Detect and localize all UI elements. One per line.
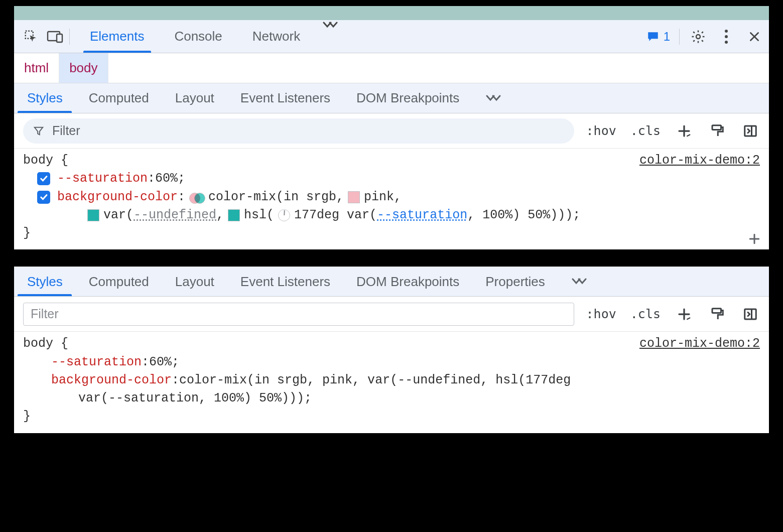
issues-badge[interactable]: 1 [646, 30, 670, 44]
css-value: 60%; [149, 353, 179, 371]
svg-point-3 [696, 35, 700, 39]
svg-rect-2 [57, 34, 62, 42]
subtab-layout[interactable]: Layout [162, 83, 227, 113]
hov-toggle[interactable]: :hov [586, 307, 616, 321]
color-swatch-pink-icon[interactable] [348, 191, 360, 203]
toggle-computed-sidebar-icon[interactable] [741, 305, 760, 324]
css-value: var(--saturation, 100%) 50%))); [78, 389, 312, 408]
styles-subtabs: Styles Computed Layout Event Listeners D… [14, 83, 769, 113]
device-toolbar-icon[interactable] [43, 25, 67, 49]
subtab-styles[interactable]: Styles [14, 267, 76, 296]
css-value: color-mix(in srgb, pink, var(--undefined… [179, 371, 571, 389]
toggle-computed-sidebar-icon[interactable] [741, 121, 760, 141]
css-property: background-color [57, 188, 178, 206]
devtools-panel-bottom: Styles Computed Layout Event Listeners D… [14, 267, 769, 433]
styles-subtabs: Styles Computed Layout Event Listeners D… [14, 267, 769, 297]
angle-swatch-icon[interactable] [278, 209, 290, 221]
toolbar-separator [679, 29, 680, 45]
declaration-background-color-cont[interactable]: var(--undefined, hsl( 177deg var(--satur… [23, 206, 760, 224]
subtab-event-listeners[interactable]: Event Listeners [227, 267, 343, 296]
css-value-part: , [216, 206, 224, 224]
subtab-event-listeners[interactable]: Event Listeners [227, 83, 343, 113]
color-swatch-teal-icon[interactable] [87, 209, 99, 221]
breadcrumb-body[interactable]: body [59, 53, 108, 83]
subtab-label: Layout [175, 90, 214, 106]
css-value-part: var( [103, 206, 134, 224]
css-value-part: color-mix(in srgb, [208, 188, 344, 206]
declaration-background-color-cont[interactable]: var(--saturation, 100%) 50%))); [23, 389, 760, 408]
css-var-undefined[interactable]: --undefined [134, 206, 216, 224]
devtools-panel-top: Elements Console Network 1 [14, 6, 769, 249]
svg-point-6 [725, 41, 728, 44]
new-style-rule-icon[interactable] [675, 305, 694, 324]
devtools-toolbar: Elements Console Network 1 [14, 20, 769, 53]
rule-close-brace: } [23, 408, 760, 426]
close-icon[interactable] [745, 27, 764, 46]
declaration-background-color[interactable]: background-color: color-mix(in srgb, pin… [23, 188, 760, 206]
inspect-element-icon[interactable] [19, 25, 43, 49]
more-subtabs-chevron-icon[interactable] [472, 83, 514, 113]
styles-filter-row: Filter :hov .cls [14, 113, 769, 149]
rule-source-link[interactable]: color-mix-demo:2 [639, 152, 760, 170]
svg-rect-7 [712, 125, 721, 129]
subtab-properties[interactable]: Properties [472, 267, 558, 296]
subtab-label: Styles [27, 274, 63, 290]
css-var-saturation[interactable]: --saturation [377, 206, 467, 224]
crumb-label: body [69, 60, 97, 76]
tab-console[interactable]: Console [159, 20, 237, 53]
subtab-computed[interactable]: Computed [76, 83, 162, 113]
rule-source-link[interactable]: color-mix-demo:2 [639, 335, 760, 353]
tab-network[interactable]: Network [237, 20, 315, 53]
subtab-layout[interactable]: Layout [162, 267, 227, 296]
filter-placeholder: Filter [31, 307, 59, 321]
styles-filter-row: Filter :hov .cls [14, 297, 769, 332]
css-value-part: , 100%) 50%))); [467, 206, 580, 224]
subtab-dom-breakpoints[interactable]: DOM Breakpoints [343, 83, 472, 113]
css-value-part: pink, [364, 188, 402, 206]
paint-format-icon[interactable] [708, 121, 727, 141]
tab-label: Network [252, 29, 300, 44]
tab-label: Console [174, 29, 222, 44]
style-rule-block: color-mix-demo:2 body { --saturation: 60… [14, 149, 769, 249]
subtab-label: Computed [89, 274, 149, 290]
filter-placeholder: Filter [52, 123, 80, 138]
more-tabs-chevron-icon[interactable] [315, 20, 345, 53]
color-swatch-teal-icon[interactable] [228, 209, 240, 221]
color-mix-swatch-icon[interactable] [189, 192, 204, 205]
subtab-styles[interactable]: Styles [14, 83, 76, 113]
dom-breadcrumb: html body [14, 53, 769, 83]
main-tabs: Elements Console Network [75, 20, 345, 53]
declaration-checkbox[interactable] [37, 172, 50, 185]
cls-toggle[interactable]: .cls [630, 307, 661, 321]
subtab-label: Computed [89, 90, 149, 106]
kebab-menu-icon[interactable] [717, 27, 736, 46]
css-property: --saturation [51, 353, 142, 371]
more-subtabs-chevron-icon[interactable] [558, 267, 600, 296]
breadcrumb-html[interactable]: html [14, 53, 59, 83]
declaration-background-color[interactable]: background-color: color-mix(in srgb, pin… [23, 371, 760, 389]
styles-filter-input[interactable]: Filter [23, 303, 574, 326]
declaration-saturation[interactable]: --saturation: 60%; [23, 170, 760, 188]
paint-format-icon[interactable] [708, 305, 727, 324]
cls-toggle[interactable]: .cls [630, 123, 661, 138]
subtab-label: Properties [485, 274, 545, 290]
svg-point-4 [725, 30, 728, 33]
funnel-icon [33, 125, 44, 137]
subtab-label: Layout [175, 274, 214, 290]
subtab-label: DOM Breakpoints [356, 274, 459, 290]
hov-toggle[interactable]: :hov [586, 123, 616, 138]
crumb-label: html [24, 60, 49, 76]
subtab-dom-breakpoints[interactable]: DOM Breakpoints [343, 267, 472, 296]
add-declaration-icon[interactable] [747, 231, 762, 246]
new-style-rule-icon[interactable] [675, 121, 694, 141]
settings-gear-icon[interactable] [689, 27, 708, 46]
styles-filter-input[interactable]: Filter [23, 118, 574, 144]
svg-point-5 [725, 35, 728, 38]
css-value-part: hsl( [244, 206, 274, 224]
tab-elements[interactable]: Elements [75, 20, 159, 53]
subtab-label: DOM Breakpoints [356, 90, 459, 106]
declaration-checkbox[interactable] [37, 191, 50, 204]
declaration-saturation[interactable]: --saturation: 60%; [23, 353, 760, 371]
subtab-computed[interactable]: Computed [76, 267, 162, 296]
issue-count: 1 [664, 30, 670, 44]
